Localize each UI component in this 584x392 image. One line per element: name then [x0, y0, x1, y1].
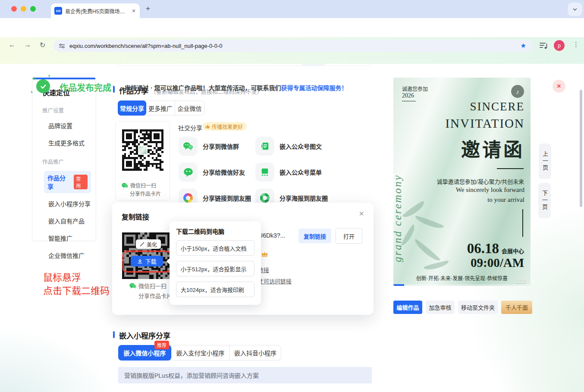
sidebar-group-promo-settings: 推广设置: [42, 106, 95, 114]
dialog-title: 复制链接: [122, 211, 149, 222]
wechat-icon: [179, 163, 198, 182]
size-option-512px[interactable]: 小于512px，适合投影显示: [176, 261, 254, 276]
move-to-folder-button[interactable]: 移动至文件夹: [458, 301, 498, 314]
wechat-icon: [129, 282, 136, 289]
common-use-badge: 常用: [74, 175, 88, 189]
social-badge-text: 传播效果更好: [212, 123, 243, 130]
thumbs-up-icon: [205, 124, 210, 129]
sidebar-item-wecom-promo[interactable]: 企业微信推广: [48, 251, 95, 260]
tab-normal-share[interactable]: 常规分享: [118, 100, 147, 116]
media-controls-icon[interactable]: [540, 42, 548, 50]
work-preview-card[interactable]: 诚邀您参加 2026 ♪ grand ceremony SINCERE INVI…: [393, 78, 531, 286]
open-button[interactable]: 打开: [336, 228, 362, 244]
share-to-wechat-group[interactable]: 分享到微信群: [179, 137, 239, 156]
reload-icon[interactable]: ↻: [40, 41, 45, 49]
annotation-line2: 点击下载二维码: [43, 284, 110, 298]
qr-caption-text2: 分享作品卡片: [130, 190, 161, 197]
banner-message-text: 审核通过 · 您可以推广作品啦！大型宣传活动，可联系我们: [125, 85, 281, 91]
dialog-qr-caption-row1: 微信扫一扫: [129, 282, 166, 290]
preview-script-text: grand ceremony: [393, 103, 404, 262]
browser-tab[interactable]: co 易企秀|免费H5页面微场景制作 ×: [51, 3, 140, 18]
page-scrollbar[interactable]: [580, 90, 582, 207]
tab-search-chevron-button[interactable]: [568, 3, 582, 16]
preview-title-cn: 邀请函: [461, 135, 524, 162]
profile-avatar[interactable]: p: [554, 40, 565, 51]
close-icon: ×: [557, 82, 561, 90]
url-text: eqxiu.com/workbench/scene/all?spm=ab-nul…: [69, 43, 516, 49]
popup-title: 下载二维码到电脑: [176, 227, 224, 235]
preview-progress-track: [393, 284, 531, 286]
tab-douyin-miniprogram[interactable]: 嵌入抖音小程序: [230, 345, 281, 360]
qr-caption-text: 微信扫一扫: [130, 182, 156, 189]
qr-center-logo: [138, 145, 148, 155]
social-item-label: 分享链接到朋友圈: [203, 194, 251, 202]
traffic-light-minimize[interactable]: [21, 6, 26, 12]
magic-wand-icon: [140, 241, 145, 247]
embed-official-article[interactable]: 嵌入公众号图文: [255, 137, 322, 156]
preview-date: 06.18: [467, 241, 499, 257]
copy-link-button[interactable]: 复制链接: [298, 229, 331, 243]
traffic-light-maximize[interactable]: [30, 6, 36, 12]
music-toggle-icon[interactable]: ♪: [511, 85, 524, 98]
banner-title: 作品发布完成: [60, 81, 111, 94]
edit-work-button[interactable]: 编辑作品: [393, 301, 422, 314]
social-item-label: 嵌入公众号菜单: [279, 168, 322, 176]
preview-invite-text: 诚邀您参加: [402, 85, 428, 92]
urgent-review-button[interactable]: 加急审核: [426, 301, 455, 314]
sidebar-item-smart-promo[interactable]: 智能推广: [48, 234, 95, 242]
size-option-150px[interactable]: 小于150px，适合植入文档: [176, 240, 254, 256]
site-favicon: co: [54, 7, 62, 15]
miniprogram-tabs: 嵌入微信小程序 嵌入支付宝小程序 嵌入抖音小程序: [118, 345, 281, 361]
wechat-icon: [122, 182, 128, 188]
beautify-label: 美化: [147, 241, 157, 248]
browser-menu-icon[interactable]: ⋮: [573, 41, 579, 48]
sidebar-item-miniprogram-share[interactable]: 嵌入小程序分享: [48, 199, 95, 208]
sidebar-item-work-share[interactable]: 作品分享 常用: [44, 171, 91, 193]
dialog-close-icon[interactable]: ×: [359, 209, 364, 219]
preview-divider: [497, 168, 524, 169]
social-item-label: 分享给微信好友: [203, 168, 245, 176]
preview-subtitle-cn: 诚挚邀请您参加/凝心聚力/共创未来: [437, 177, 524, 185]
notice-panel-body: [118, 383, 372, 392]
social-share-badge: 传播效果更好: [203, 122, 247, 131]
social-item-label: 分享到微信群: [203, 142, 239, 151]
address-bar[interactable]: eqxiu.com/workbench/scene/all?spm=ab-nul…: [53, 40, 531, 52]
dialog-qr-caption2: 分享作品卡片: [138, 292, 172, 300]
banner-message: 审核通过 · 您可以推广作品啦！大型宣传活动，可联系我们获得专属活动保障服务！: [125, 83, 347, 92]
quick-nav-sidebar: 快速定位 推广设置 品牌设置 生成更多格式 作品推广 作品分享 常用 嵌入小程序…: [32, 78, 96, 241]
forward-icon[interactable]: →: [24, 41, 31, 49]
banner-close-button[interactable]: ×: [553, 80, 565, 93]
sidebar-item-more-formats[interactable]: 生成更多格式: [48, 138, 95, 147]
personalization-button[interactable]: 千人千面: [501, 301, 532, 314]
article-icon: [255, 137, 274, 156]
share-tabs: 常规分享 更多推广 企业微信: [118, 100, 204, 116]
next-page-button[interactable]: 下一页: [538, 183, 551, 218]
embed-official-menu[interactable]: 嵌入公众号菜单: [255, 163, 322, 182]
prev-page-button[interactable]: 上一页: [539, 144, 551, 179]
banner-promo-link[interactable]: 获得专属活动保障服务！: [281, 85, 347, 91]
tab-more-promo[interactable]: 更多推广: [146, 101, 175, 115]
tab-wecom[interactable]: 企业微信: [175, 101, 204, 115]
tab-close-icon[interactable]: ×: [132, 7, 135, 14]
sidebar-item-embed-product[interactable]: 嵌入自有产品: [48, 216, 95, 225]
social-item-label: 嵌入公众号图文: [279, 142, 322, 151]
site-settings-icon[interactable]: [59, 43, 65, 49]
share-qr-card: 微信扫一扫 分享作品卡片: [115, 121, 170, 201]
success-check-icon: [36, 79, 50, 93]
share-qr-code[interactable]: [122, 129, 163, 171]
preview-footer: 创新·开拓·未来·发展·领先呈现·恭候惊喜: [393, 274, 531, 282]
copy-link-dialog: 复制链接 × 美化 下载 微信扫一扫 分享作品卡片 jU6Dk3?... 复制链…: [112, 203, 374, 315]
sidebar-item-brand-settings[interactable]: 品牌设置: [48, 121, 95, 130]
size-option-1024px[interactable]: 大1024px，适合海报印刷: [176, 282, 254, 297]
tab-alipay-miniprogram[interactable]: 嵌入支付宝小程序: [171, 345, 230, 360]
beautify-button[interactable]: 美化: [136, 239, 161, 249]
bookmark-star-icon[interactable]: ★: [521, 42, 526, 50]
traffic-light-close[interactable]: [11, 6, 17, 12]
plus-notice-bar: 营销旗舰版PLus权益，添加营销顾问咨询嵌入方案: [118, 367, 372, 383]
share-to-wechat-friend[interactable]: 分享给微信好友: [179, 163, 245, 182]
new-tab-button[interactable]: +: [146, 4, 150, 13]
partial-link-2[interactable]: 才可访问链接: [258, 277, 292, 285]
annotation-highlight-rect: [122, 251, 171, 273]
back-icon[interactable]: ←: [9, 41, 16, 49]
preview-time: 09:00/AM: [471, 256, 524, 270]
